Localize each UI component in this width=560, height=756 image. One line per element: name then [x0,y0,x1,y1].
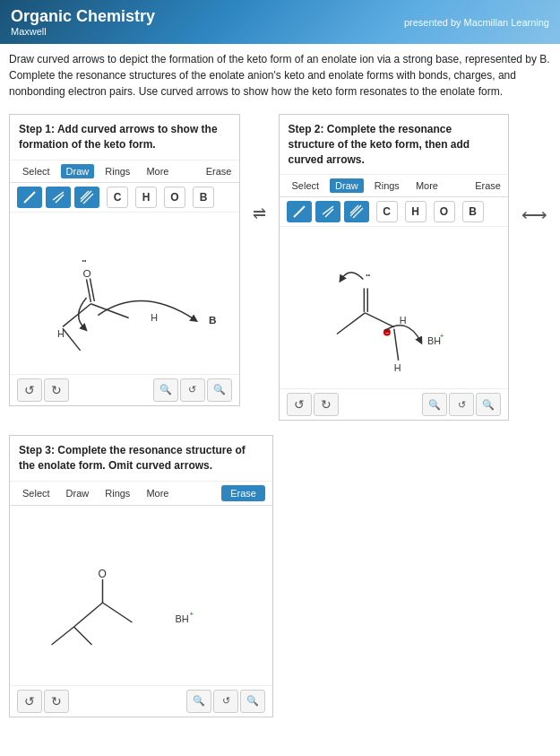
svg-line-0 [24,192,35,203]
step2-undo-button[interactable]: ↺ [287,393,312,416]
step3-canvas[interactable]: O BH + [10,506,272,685]
step1-zoom-controls: 🔍 ↺ 🔍 [153,378,232,402]
step1-controls: ↺ ↻ 🔍 ↺ 🔍 [10,374,239,405]
triple-bond-tool[interactable] [74,187,99,208]
svg-line-36 [74,603,103,627]
step2-draw-button[interactable]: Draw [330,178,364,193]
step1-zoom-in-button[interactable]: 🔍 [153,378,178,402]
step2-undo-redo: ↺ ↻ [287,393,339,416]
svg-text:BH: BH [176,613,189,624]
header-title-block: Organic Chemistry Maxwell [11,7,155,37]
step1-more-button[interactable]: More [141,164,174,178]
svg-text:H: H [393,362,401,373]
step3-controls: ↺ ↻ 🔍 ↺ 🔍 [10,685,272,717]
step2-rings-button[interactable]: Rings [369,178,405,193]
step3-redo-button[interactable]: ↻ [44,690,69,713]
svg-text:••: •• [82,256,87,263]
step2-double-bond-tool[interactable] [315,201,340,222]
step2-select-button[interactable]: Select [287,178,325,193]
svg-line-25 [336,313,364,335]
step2-boron-atom-btn[interactable]: B [462,201,484,222]
step3-erase-button[interactable]: Erase [221,485,265,501]
step3-draw-button[interactable]: Draw [61,486,95,500]
step3-zoom-controls: 🔍 ↺ 🔍 [186,690,265,713]
step3-toolbar: Select Draw Rings More Erase [10,482,272,506]
step2-box: Step 2: Complete the resonance structure… [279,114,510,421]
step3-rings-button[interactable]: Rings [99,486,135,500]
step3-row: Step 3: Complete the resonance structure… [0,428,560,725]
step2-triple-bond-tool[interactable] [344,201,369,222]
step1-zoom-reset-button[interactable]: ↺ [180,378,205,402]
carbon-atom-btn[interactable]: C [107,187,128,208]
svg-line-18 [325,209,333,217]
step3-undo-button[interactable]: ↺ [17,690,42,713]
step2-single-bond-tool[interactable] [287,201,312,222]
step2-zoom-controls: 🔍 ↺ 🔍 [422,393,501,416]
step1-erase-button[interactable]: Erase [206,166,232,177]
step3-zoom-out-button[interactable]: 🔍 [240,690,265,713]
svg-line-11 [90,303,128,317]
step1-undo-redo: ↺ ↻ [17,378,69,402]
step2-zoom-out-button[interactable]: 🔍 [476,393,501,416]
step2-carbon-atom-btn[interactable]: C [376,201,398,222]
svg-text:O: O [99,568,107,580]
step2-erase-button[interactable]: Erase [475,180,501,191]
step1-rings-button[interactable]: Rings [99,164,135,178]
step1-draw-button[interactable]: Draw [61,164,95,178]
step1-redo-button[interactable]: ↻ [44,378,69,402]
svg-line-38 [74,627,92,645]
instructions: Draw curved arrows to depict the formati… [0,44,560,107]
svg-line-10 [63,303,90,326]
step2-zoom-in-button[interactable]: 🔍 [422,393,447,416]
step2-draw-tools: C H O B [280,197,509,227]
header-credit: presented by Macmillan Learning [404,17,549,28]
step2-oxygen-atom-btn[interactable]: O [434,201,455,222]
svg-line-27 [393,329,398,361]
step3-more-button[interactable]: More [141,486,174,500]
header: Organic Chemistry Maxwell presented by M… [0,0,560,44]
step3-zoom-reset-button[interactable]: ↺ [213,690,238,713]
step1-toolbar: Select Draw Rings More Erase [10,161,239,183]
svg-line-14 [63,328,81,351]
svg-text:H: H [151,312,158,323]
step2-toolbar: Select Draw Rings More Erase [280,175,509,197]
step1-undo-button[interactable]: ↺ [17,378,42,402]
svg-text:H: H [399,315,406,326]
step3-select-button[interactable]: Select [17,486,56,500]
app-subtitle: Maxwell [11,26,155,37]
step2-zoom-reset-button[interactable]: ↺ [449,393,474,416]
svg-text:B: B [209,314,217,326]
svg-text:+: + [190,610,194,618]
single-bond-tool[interactable] [17,187,42,208]
step1-select-button[interactable]: Select [17,164,56,178]
svg-line-37 [103,603,133,622]
svg-line-16 [294,206,305,217]
step3-undo-redo: ↺ ↻ [17,690,69,713]
step3-title: Step 3: Complete the resonance structure… [10,436,272,482]
step2-redo-button[interactable]: ↻ [314,393,339,416]
step2-canvas[interactable]: •• H − BH + H [280,227,509,388]
app-title: Organic Chemistry [11,7,155,26]
step2-more-button[interactable]: More [410,178,444,193]
step3-box: Step 3: Complete the resonance structure… [9,435,273,717]
svg-line-2 [56,195,64,203]
step1-draw-tools: C H O B [10,183,239,213]
step2-hydrogen-atom-btn[interactable]: H [405,201,426,222]
double-bond-tool[interactable] [46,187,71,208]
step1-zoom-out-button[interactable]: 🔍 [207,378,232,402]
step1-title: Step 1: Add curved arrows to show the fo… [10,115,239,161]
svg-text:O: O [83,267,91,279]
instructions-text: Draw curved arrows to depict the formati… [9,53,550,98]
boron-atom-btn[interactable]: B [193,187,214,208]
hydrogen-atom-btn[interactable]: H [135,187,157,208]
oxygen-atom-btn[interactable]: O [164,187,185,208]
long-right-arrow: ⟷ [518,204,551,225]
svg-text:+: + [439,333,444,341]
steps-row-1-2: Step 1: Add curved arrows to show the fo… [0,107,560,428]
svg-text:BH: BH [427,336,441,347]
step2-title: Step 2: Complete the resonance structure… [280,115,509,175]
step3-zoom-in-button[interactable]: 🔍 [186,690,211,713]
step1-canvas[interactable]: •• O H H B [10,213,239,374]
step2-controls: ↺ ↻ 🔍 ↺ 🔍 [280,388,509,420]
svg-text:••: •• [366,272,370,278]
